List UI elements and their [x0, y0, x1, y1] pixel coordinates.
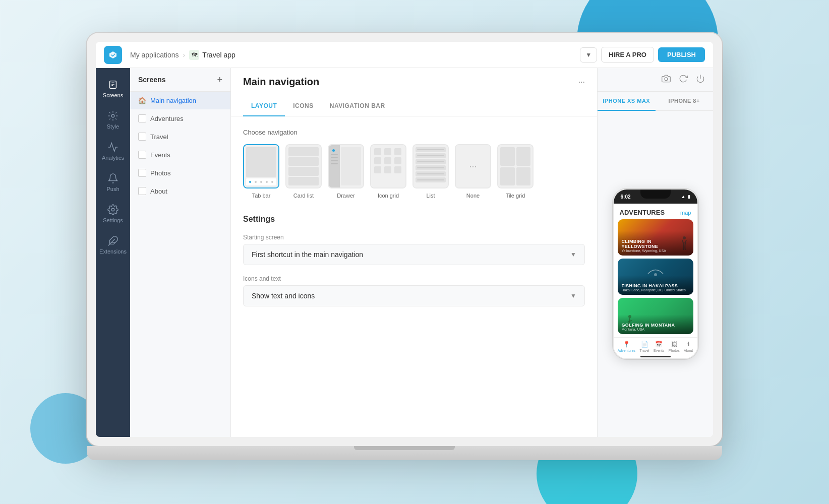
nav-option-tab-bar[interactable]: Tab bar	[243, 144, 279, 199]
tab-layout[interactable]: LAYOUT	[243, 96, 285, 116]
laptop-hinge	[354, 446, 455, 450]
sidebar-item-settings[interactable]: Settings	[99, 199, 127, 228]
none-mockup: ···	[456, 145, 490, 187]
screen-item-travel[interactable]: Travel	[130, 128, 230, 146]
icon-grid-mockup	[371, 145, 405, 187]
iphone-tab-photos[interactable]: 🖼 Photos	[669, 341, 680, 352]
publish-button[interactable]: PUBLISH	[658, 47, 705, 62]
drawer-mockup	[329, 145, 363, 187]
device-tab-iphone-xs-max[interactable]: IPHONE XS MAX	[598, 92, 656, 111]
tab-events-label: Events	[654, 349, 664, 352]
refresh-icon[interactable]	[679, 74, 688, 85]
iphone-home-indicator	[614, 354, 697, 358]
screen-checkbox-adventures	[138, 114, 146, 122]
screen-checkbox-about	[138, 187, 146, 195]
sidebar-item-push[interactable]: Push	[99, 168, 127, 197]
iphone-screen: ADVENTURES map	[614, 204, 697, 358]
starting-screen-select[interactable]: First shortcut in the main navigation ▼	[243, 244, 585, 265]
icons-text-select[interactable]: Show text and icons ▼	[243, 285, 585, 306]
svg-point-8	[665, 78, 668, 81]
tab-icons[interactable]: ICONS	[285, 96, 322, 116]
logo-button[interactable]	[104, 46, 122, 64]
icons-text-value: Show text and icons	[252, 292, 315, 300]
breadcrumb-app: 🗺 Travel app	[189, 50, 235, 60]
editor-title: Main navigation	[243, 76, 319, 88]
iphone-app-title: ADVENTURES	[620, 209, 665, 216]
iphone-app-action: map	[680, 210, 691, 216]
sidebar-item-screens[interactable]: Screens	[99, 74, 127, 103]
nav-option-tile-grid-preview	[497, 144, 534, 188]
navbar-right: ▼ HIRE A PRO PUBLISH	[580, 47, 705, 62]
card-2-title: FISHING IN HAKAI PASS	[622, 283, 689, 288]
starting-screen-arrow: ▼	[570, 251, 576, 258]
card-3-subtitle: Montana, USA	[622, 328, 689, 331]
iphone-tabbar: 📍 Adventures 📄 Travel 📅	[614, 337, 697, 354]
nav-option-tile-grid[interactable]: Tile grid	[497, 144, 534, 199]
phone-preview-area: 6:02 ▲ ▮ A	[598, 111, 713, 437]
wifi-icon: ▲	[681, 194, 686, 199]
iphone-tab-about[interactable]: ℹ About	[684, 341, 693, 352]
screens-add-button[interactable]: +	[217, 75, 222, 84]
sidebar-analytics-label: Analytics	[102, 155, 124, 161]
screens-header: Screens +	[130, 68, 230, 92]
nav-option-drawer[interactable]: Drawer	[328, 144, 364, 199]
camera-icon[interactable]	[662, 74, 671, 85]
tab-navigation-bar[interactable]: NAVIGATION BAR	[322, 96, 393, 116]
screen-main-navigation-label: Main navigation	[150, 97, 196, 104]
battery-icon: ▮	[688, 194, 690, 199]
hire-pro-button[interactable]: HIRE A PRO	[601, 47, 654, 62]
card-3-title: GOLFING IN MONTANA	[622, 323, 689, 328]
nav-option-tab-bar-label: Tab bar	[252, 193, 271, 199]
tab-travel-label: Travel	[639, 349, 649, 352]
home-icon: 🏠	[138, 97, 146, 104]
screen-item-about[interactable]: About	[130, 182, 230, 200]
starting-screen-group: Starting screen First shortcut in the ma…	[243, 234, 585, 265]
card-1-subtitle: Yellowstone, Wyoming, USA	[622, 249, 689, 253]
nav-option-card-list[interactable]: Card list	[285, 144, 322, 199]
tab-about-label: About	[684, 349, 693, 352]
nav-option-icon-grid-preview	[370, 144, 406, 188]
sidebar-item-style[interactable]: Style	[99, 105, 127, 135]
editor-tabs: LAYOUT ICONS NAVIGATION BAR	[231, 96, 597, 116]
tab-travel-icon: 📄	[641, 341, 648, 348]
icons-text-group: Icons and text Show text and icons ▼	[243, 275, 585, 306]
icons-text-label: Icons and text	[243, 275, 585, 282]
screens-title: Screens	[138, 76, 165, 84]
power-icon[interactable]	[696, 74, 705, 85]
top-navbar: My applications › 🗺 Travel app ▼ HIRE A …	[96, 42, 713, 68]
screen-item-main-navigation[interactable]: 🏠 Main navigation	[130, 92, 230, 109]
nav-option-tile-grid-label: Tile grid	[506, 193, 525, 199]
editor-more-button[interactable]: ···	[578, 78, 585, 87]
sidebar-item-analytics[interactable]: Analytics	[99, 137, 127, 166]
app-icon: 🗺	[189, 50, 199, 60]
screen-item-events[interactable]: Events	[130, 146, 230, 164]
card-1-overlay: CLIMBING IN YELLOWSTONE Yellowstone, Wyo…	[618, 231, 693, 256]
left-sidebar: Screens Style	[96, 68, 130, 437]
choose-navigation-label: Choose navigation	[243, 129, 585, 136]
screen-item-adventures[interactable]: Adventures	[130, 109, 230, 128]
nav-option-list[interactable]: List	[412, 144, 449, 199]
nav-option-none[interactable]: ··· None	[455, 144, 491, 199]
right-panel-toolbar	[598, 68, 713, 92]
breadcrumb-home[interactable]: My applications	[130, 51, 179, 59]
tab-about-icon: ℹ	[687, 341, 690, 348]
device-tab-iphone-8-plus[interactable]: IPHONE 8+	[656, 92, 714, 111]
breadcrumb: My applications › 🗺 Travel app	[130, 50, 580, 60]
iphone-notch	[640, 190, 671, 199]
screen-item-photos[interactable]: Photos	[130, 164, 230, 182]
iphone-card-1[interactable]: CLIMBING IN YELLOWSTONE Yellowstone, Wyo…	[618, 219, 693, 256]
iphone-tab-travel[interactable]: 📄 Travel	[639, 341, 649, 352]
iphone-card-2[interactable]: FISHING IN HAKAI PASS Hakai Labo, Nangat…	[618, 259, 693, 295]
screen-checkbox-events	[138, 151, 146, 159]
iphone-tab-adventures[interactable]: 📍 Adventures	[618, 341, 635, 352]
iphone-tab-events[interactable]: 📅 Events	[654, 341, 664, 352]
screen-checkbox-photos	[138, 169, 146, 177]
iphone-card-3[interactable]: GOLFING IN MONTANA Montana, USA	[618, 298, 693, 334]
nav-option-icon-grid[interactable]: Icon grid	[370, 144, 406, 199]
tab-events-icon: 📅	[655, 341, 663, 348]
icons-text-arrow: ▼	[570, 292, 576, 299]
dropdown-arrow[interactable]: ▼	[580, 47, 597, 62]
laptop-wrapper: My applications › 🗺 Travel app ▼ HIRE A …	[87, 33, 742, 471]
nav-option-list-label: List	[426, 193, 435, 199]
sidebar-item-extensions[interactable]: Extensions	[99, 230, 127, 260]
